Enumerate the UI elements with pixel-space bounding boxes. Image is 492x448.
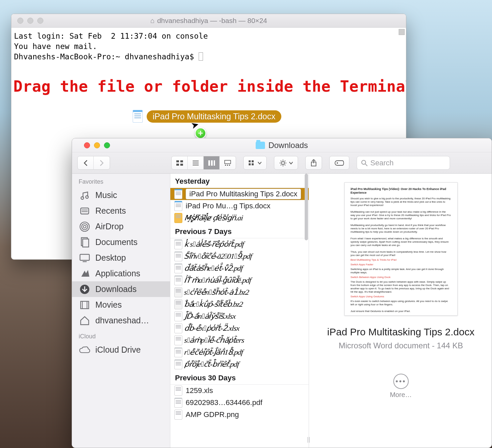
drag-plus-icon: + xyxy=(195,127,206,139)
svg-rect-14 xyxy=(249,160,251,162)
svg-rect-45 xyxy=(81,301,89,309)
finder-toolbar: Search xyxy=(72,152,492,174)
svg-point-30 xyxy=(362,160,366,164)
terminal-output: Last login: Sat Feb 2 11:37:04 on consol… xyxy=(14,32,208,61)
share-button[interactable] xyxy=(305,156,322,170)
svg-point-18 xyxy=(282,161,285,164)
svg-rect-42 xyxy=(80,254,89,260)
music-icon xyxy=(79,189,91,201)
sidebar-item-home[interactable]: dhvaneshad… xyxy=(72,313,170,328)
nav-forward-button[interactable] xyxy=(94,156,110,169)
list-item[interactable]: s͐c͗r͒e̎e̊n͐s̏h̄o̍t̑-ȧ1̂.bz2 xyxy=(170,286,309,298)
drag-filename: iPad Pro Multitasking Tips 2.docx xyxy=(147,110,281,123)
svg-rect-1 xyxy=(180,160,183,162)
movies-icon xyxy=(79,299,91,311)
more-button[interactable]: ••• xyxy=(393,374,409,389)
sidebar-item-desktop[interactable]: Desktop xyxy=(72,250,170,266)
view-columns-button[interactable] xyxy=(204,156,220,169)
list-item[interactable]: I͗T̏ m̌a͐ṅu̍a͑l̏-g͒ȗi͆d̄ĕ.pdf xyxy=(170,274,309,286)
action-button[interactable] xyxy=(274,156,298,170)
list-item[interactable]: r͐e̊c̏e̍i͒p̑t̄-J͋a̎n̐18̊.pdf xyxy=(170,346,309,358)
share-icon xyxy=(310,159,317,167)
documents-icon xyxy=(79,236,91,248)
list-item[interactable]: 69202983…634466.pdf xyxy=(170,397,309,409)
sidebar: Favorites Music Recents AirDrop Document… xyxy=(72,174,170,448)
list-item[interactable]: AMP GDPR.png xyxy=(170,409,309,421)
preview-pane: iPad Pro Multitasking Tips (Video): Over… xyxy=(310,174,492,448)
column-resize-handle[interactable]: || xyxy=(309,174,310,448)
sidebar-item-music[interactable]: Music xyxy=(72,187,170,203)
svg-rect-7 xyxy=(208,160,210,166)
file-icon xyxy=(174,251,182,261)
file-name: r͐e̊c̏e̍i͒p̑t̄-J͋a̎n̐18̊.pdf xyxy=(184,348,243,357)
view-switcher xyxy=(171,156,236,170)
traffic-minimize[interactable] xyxy=(94,142,100,148)
search-input[interactable]: Search xyxy=(357,156,450,170)
airdrop-icon xyxy=(79,221,91,233)
list-item[interactable]: S͋i̊n̆v͐o̊ȋc͆e̐-ā2͛01͐9̊.pdf xyxy=(170,250,309,262)
list-section-header: Previous 30 Days xyxy=(170,370,309,385)
list-item[interactable]: M̴͎s͓̝͗h̸̅a̍l̵̃l͎̽e̷ d͎̕e͑s̏i̾g͘n̈.ai xyxy=(170,212,309,224)
traffic-close[interactable] xyxy=(84,142,90,148)
group-by-button[interactable] xyxy=(243,156,267,170)
tags-button[interactable] xyxy=(329,156,349,170)
list-item[interactable]: 1259.xls xyxy=(170,385,309,397)
file-icon xyxy=(174,359,182,369)
folder-icon xyxy=(256,142,265,149)
list-item[interactable]: iPad Pro Mu…g Tips.docx xyxy=(170,200,309,212)
svg-rect-13 xyxy=(229,165,230,166)
file-name: s͐a͗m̒p͐l̏e̊-c̄h͒ǎp̍t̑ers xyxy=(184,336,244,345)
terminal-titlebar[interactable]: ⌂ dhvaneshadhiya — -bash — 80×24 xyxy=(11,14,406,28)
file-icon xyxy=(174,410,182,420)
svg-rect-8 xyxy=(211,160,213,166)
file-name: b̊a͋c͐k̍u̐p̑-s͒i̎t̏e̊b̄.bz2 xyxy=(184,300,243,309)
sidebar-item-applications[interactable]: Applications xyxy=(72,266,170,281)
preview-title: iPad Pro Multitasking Tips 2.docx xyxy=(327,326,475,338)
list-item[interactable]: iPad Pro Multitasking Tips 2.docx xyxy=(170,188,309,200)
sidebar-item-recents[interactable]: Recents xyxy=(72,203,170,219)
view-gallery-button[interactable] xyxy=(220,156,236,169)
traffic-zoom[interactable] xyxy=(37,18,43,24)
file-name: M̴͎s͓̝͗h̸̅a̍l̵̃l͎̽e̷ d͎̕e͑s̏i̾g͘n̈.ai xyxy=(184,214,243,222)
search-placeholder: Search xyxy=(370,159,394,167)
list-item[interactable]: s͐a͗m̒p͐l̏e̊-c̄h͒ǎp̍t̑ers xyxy=(170,334,309,346)
svg-rect-17 xyxy=(252,163,254,165)
list-item[interactable]: d̈́ȁt̃a̍s͂h̄e͐e̍t̐-v̊2̑.pdf xyxy=(170,262,309,274)
sidebar-item-label: Music xyxy=(95,190,117,200)
file-name: k̓ s͐a̍l͑e͒s̈́-r̅e̊p̑o͗r̈t̄.pdf xyxy=(184,240,244,249)
file-name: I͗T̏ m̌a͐ṅu̍a͑l̏-g͒ȗi͆d̄ĕ.pdf xyxy=(184,276,252,285)
sidebar-item-airdrop[interactable]: AirDrop xyxy=(72,219,170,234)
list-item[interactable]: p͋r͒o̎j̊e͐c̏t̄-b͒r̍ȋȇf̌.pdf xyxy=(170,358,309,370)
file-name: 1259.xls xyxy=(186,386,213,395)
terminal-scrollbar[interactable] xyxy=(399,29,405,35)
view-icons-button[interactable] xyxy=(172,156,188,169)
sidebar-item-documents[interactable]: Documents xyxy=(72,234,170,250)
sidebar-item-downloads[interactable]: Downloads xyxy=(72,281,170,297)
list-item[interactable]: d͋b̏-e̊x͐p̍o͑ȑt̒-2̎.xlsx xyxy=(170,322,309,334)
list-item[interactable]: k̓ s͐a̍l͑e͒s̈́-r̅e̊p̑o͗r̈t̄.pdf xyxy=(170,238,309,250)
svg-rect-41 xyxy=(83,239,89,247)
recents-icon xyxy=(79,205,91,217)
list-item[interactable]: b̊a͋c͐k̍u̐p̑-s͒i̎t̏e̊b̄.bz2 xyxy=(170,298,309,310)
file-name: s͐c͗r͒e̎e̊n͐s̏h̄o̍t̑-ȧ1̂.bz2 xyxy=(184,288,249,297)
sidebar-item-label: Desktop xyxy=(95,253,126,263)
traffic-close[interactable] xyxy=(17,18,23,24)
list-section-header: Yesterday xyxy=(170,174,309,188)
sidebar-section-favorites: Favorites xyxy=(72,174,170,187)
terminal-title: ⌂ dhvaneshadhiya — -bash — 80×24 xyxy=(11,17,406,25)
docx-icon xyxy=(133,110,143,123)
list-item[interactable]: J͒D̏-a͋n͐a̍l̑y̌s͒i̎s̄.xlsx xyxy=(170,310,309,322)
sidebar-item-icloud-drive[interactable]: iCloud Drive xyxy=(72,342,170,358)
traffic-minimize[interactable] xyxy=(27,18,33,24)
sidebar-item-movies[interactable]: Movies xyxy=(72,297,170,313)
file-icon xyxy=(174,299,182,309)
file-icon xyxy=(174,189,182,199)
finder-titlebar[interactable]: Downloads xyxy=(72,138,492,152)
traffic-zoom[interactable] xyxy=(104,142,110,148)
nav-back-button[interactable] xyxy=(78,156,94,169)
desktop-icon xyxy=(79,252,91,264)
search-icon xyxy=(361,160,368,166)
list-scrollbar[interactable] xyxy=(305,174,308,240)
view-list-button[interactable] xyxy=(188,156,204,169)
svg-rect-11 xyxy=(225,165,226,166)
